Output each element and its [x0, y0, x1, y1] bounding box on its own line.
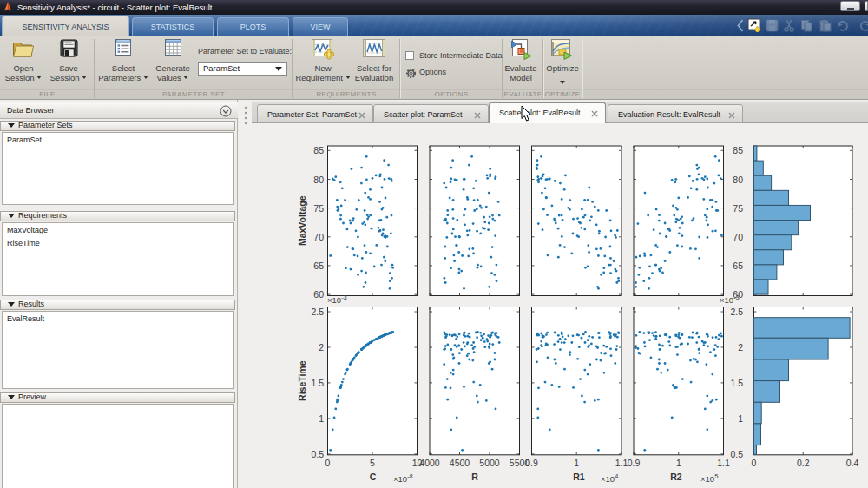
svg-text:R: R [471, 472, 478, 482]
svg-text:80: 80 [733, 175, 743, 185]
svg-text:0.2: 0.2 [797, 458, 810, 468]
svg-text:0.9: 0.9 [525, 458, 538, 468]
svg-text:R1: R1 [573, 472, 585, 482]
svg-text:85: 85 [733, 145, 743, 155]
svg-text:0.5: 0.5 [730, 449, 743, 459]
svg-text:2: 2 [738, 342, 743, 353]
svg-text:R2: R2 [670, 472, 682, 482]
svg-text:5: 5 [370, 458, 375, 468]
svg-text:0.5: 0.5 [311, 449, 324, 459]
svg-text:2.5: 2.5 [730, 307, 743, 317]
svg-text:RiseTime: RiseTime [297, 360, 307, 401]
svg-text:4500: 4500 [450, 458, 470, 468]
svg-text:1: 1 [319, 413, 324, 424]
svg-text:65: 65 [313, 260, 324, 271]
svg-text:0.9: 0.9 [628, 458, 641, 468]
svg-text:60: 60 [313, 289, 324, 300]
svg-text:0: 0 [326, 458, 331, 468]
svg-text:2: 2 [319, 342, 324, 353]
svg-text:1: 1 [574, 458, 579, 468]
svg-text:70: 70 [733, 232, 743, 242]
svg-text:75: 75 [733, 203, 743, 214]
svg-text:75: 75 [313, 203, 324, 214]
svg-text:70: 70 [313, 232, 324, 242]
svg-text:0: 0 [752, 458, 757, 468]
svg-text:1: 1 [676, 458, 681, 468]
svg-text:2.5: 2.5 [311, 307, 324, 317]
svg-text:1.5: 1.5 [730, 378, 743, 388]
svg-text:85: 85 [313, 145, 324, 155]
svg-text:1.1: 1.1 [717, 458, 730, 468]
svg-text:5000: 5000 [479, 458, 500, 468]
svg-text:MaxVoltage: MaxVoltage [297, 195, 307, 246]
svg-text:80: 80 [313, 175, 324, 185]
svg-text:65: 65 [733, 260, 743, 271]
svg-text:1: 1 [738, 413, 743, 424]
svg-text:C: C [370, 472, 377, 482]
svg-text:1.1: 1.1 [615, 458, 628, 468]
svg-text:0.4: 0.4 [846, 458, 859, 468]
svg-text:4000: 4000 [419, 458, 440, 468]
svg-text:1.5: 1.5 [311, 378, 324, 388]
